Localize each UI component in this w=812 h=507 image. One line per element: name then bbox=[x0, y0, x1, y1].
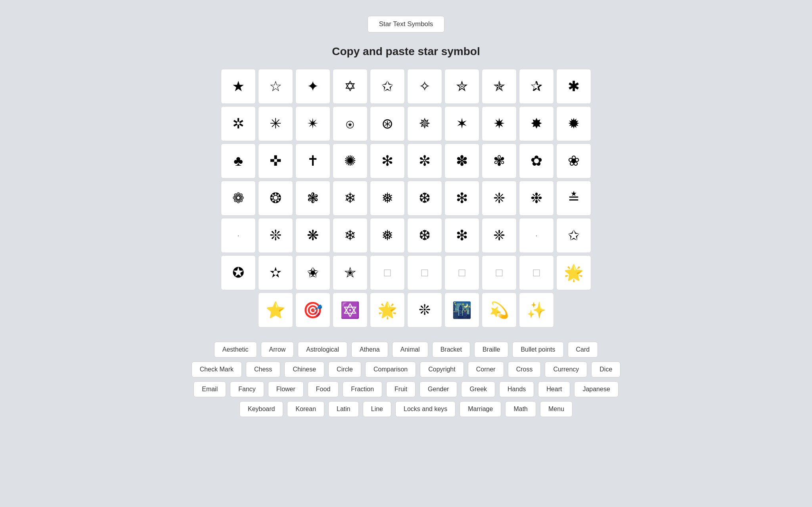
tag-fancy[interactable]: Fancy bbox=[230, 381, 264, 397]
symbol-cell[interactable]: ❅ bbox=[370, 181, 405, 216]
tag-math[interactable]: Math bbox=[505, 401, 536, 417]
tag-bullet-points[interactable]: Bullet points bbox=[512, 342, 563, 358]
tag-chinese[interactable]: Chinese bbox=[284, 362, 324, 377]
symbol-cell[interactable]: ⊛ bbox=[370, 106, 405, 141]
symbol-cell[interactable]: ❀ bbox=[556, 143, 591, 178]
symbol-cell[interactable]: ✭ bbox=[333, 255, 368, 290]
symbol-cell[interactable]: ❃ bbox=[295, 181, 330, 216]
symbol-cell[interactable]: ✪ bbox=[221, 255, 256, 290]
symbol-cell[interactable]: ❄ bbox=[333, 218, 368, 253]
symbol-cell[interactable]: ❉ bbox=[519, 181, 554, 216]
symbol-cell[interactable]: ✬ bbox=[295, 255, 330, 290]
tag-bracket[interactable]: Bracket bbox=[432, 342, 470, 358]
symbol-cell[interactable]: ✳ bbox=[258, 106, 293, 141]
symbol-cell[interactable]: ✵ bbox=[407, 106, 442, 141]
tag-card[interactable]: Card bbox=[568, 342, 598, 358]
tag-line[interactable]: Line bbox=[363, 401, 391, 417]
tag-copyright[interactable]: Copyright bbox=[420, 362, 463, 377]
symbol-cell[interactable]: ✝ bbox=[295, 143, 330, 178]
tag-heart[interactable]: Heart bbox=[538, 381, 570, 397]
symbol-cell[interactable]: 🌟 bbox=[556, 255, 591, 290]
symbol-cell[interactable]: ✺ bbox=[333, 143, 368, 178]
tag-braille[interactable]: Braille bbox=[474, 342, 508, 358]
tag-latin[interactable]: Latin bbox=[328, 401, 359, 417]
symbol-cell[interactable]: 🌟 bbox=[370, 293, 405, 327]
symbol-cell[interactable]: ≛ bbox=[556, 181, 591, 216]
tag-circle[interactable]: Circle bbox=[328, 362, 361, 377]
tag-keyboard[interactable]: Keyboard bbox=[239, 401, 283, 417]
symbol-cell[interactable]: ✰ bbox=[519, 69, 554, 104]
tag-arrow[interactable]: Arrow bbox=[261, 342, 294, 358]
symbol-cell[interactable]: · bbox=[221, 218, 256, 253]
symbol-cell[interactable]: □ bbox=[444, 255, 479, 290]
symbol-cell[interactable]: ✱ bbox=[556, 69, 591, 104]
symbol-cell[interactable]: ✩ bbox=[556, 218, 591, 253]
symbol-cell[interactable]: ★ bbox=[221, 69, 256, 104]
symbol-cell[interactable]: ❈ bbox=[482, 181, 517, 216]
symbol-cell[interactable]: ✨ bbox=[519, 293, 554, 327]
tag-gender[interactable]: Gender bbox=[419, 381, 457, 397]
symbol-cell[interactable]: ⍟ bbox=[333, 106, 368, 141]
tag-menu[interactable]: Menu bbox=[540, 401, 573, 417]
symbol-cell[interactable]: ❈ bbox=[482, 218, 517, 253]
tag-animal[interactable]: Animal bbox=[392, 342, 428, 358]
symbol-cell[interactable]: · bbox=[519, 218, 554, 253]
symbol-cell[interactable]: ✷ bbox=[482, 106, 517, 141]
symbol-cell[interactable]: 🌃 bbox=[444, 293, 479, 327]
symbol-cell[interactable]: ❅ bbox=[370, 218, 405, 253]
symbol-cell[interactable]: ❊ bbox=[407, 293, 442, 327]
tag-greek[interactable]: Greek bbox=[461, 381, 495, 397]
symbol-cell[interactable]: ❆ bbox=[407, 218, 442, 253]
symbol-cell[interactable]: ❂ bbox=[258, 181, 293, 216]
symbol-cell[interactable]: ♣ bbox=[221, 143, 256, 178]
tag-chess[interactable]: Chess bbox=[246, 362, 280, 377]
symbol-cell[interactable]: ❇ bbox=[444, 218, 479, 253]
tag-email[interactable]: Email bbox=[193, 381, 226, 397]
symbol-cell[interactable]: ❋ bbox=[295, 218, 330, 253]
tag-currency[interactable]: Currency bbox=[545, 362, 587, 377]
symbol-cell[interactable]: ✩ bbox=[370, 69, 405, 104]
tag-marriage[interactable]: Marriage bbox=[460, 401, 501, 417]
symbol-cell[interactable]: ☆ bbox=[258, 69, 293, 104]
symbol-cell[interactable]: ✮ bbox=[444, 69, 479, 104]
symbol-cell[interactable]: 🎯 bbox=[295, 293, 330, 327]
symbol-cell[interactable]: ❆ bbox=[407, 181, 442, 216]
tag-locks-and-keys[interactable]: Locks and keys bbox=[395, 401, 456, 417]
symbol-cell[interactable]: □ bbox=[370, 255, 405, 290]
tag-food[interactable]: Food bbox=[308, 381, 339, 397]
symbol-cell[interactable]: ✸ bbox=[519, 106, 554, 141]
symbol-cell[interactable]: ✯ bbox=[482, 69, 517, 104]
symbol-cell[interactable]: ❄ bbox=[333, 181, 368, 216]
symbol-cell[interactable]: □ bbox=[519, 255, 554, 290]
tag-cross[interactable]: Cross bbox=[508, 362, 541, 377]
tag-fruit[interactable]: Fruit bbox=[386, 381, 416, 397]
tag-comparison[interactable]: Comparison bbox=[365, 362, 416, 377]
tag-astrological[interactable]: Astrological bbox=[298, 342, 347, 358]
symbol-cell[interactable]: ✻ bbox=[370, 143, 405, 178]
symbol-cell[interactable]: ✜ bbox=[258, 143, 293, 178]
symbol-cell[interactable]: 💫 bbox=[482, 293, 517, 327]
tag-flower[interactable]: Flower bbox=[268, 381, 304, 397]
symbol-cell[interactable]: ❇ bbox=[444, 181, 479, 216]
symbol-cell[interactable]: □ bbox=[482, 255, 517, 290]
symbol-cell[interactable]: ✿ bbox=[519, 143, 554, 178]
tag-check-mark[interactable]: Check Mark bbox=[192, 362, 242, 377]
symbol-cell[interactable]: ✦ bbox=[295, 69, 330, 104]
symbol-cell[interactable]: ✶ bbox=[444, 106, 479, 141]
symbol-cell[interactable]: □ bbox=[407, 255, 442, 290]
symbol-cell[interactable]: ✽ bbox=[444, 143, 479, 178]
tag-hands[interactable]: Hands bbox=[499, 381, 534, 397]
title-button[interactable]: Star Text Symbols bbox=[368, 16, 445, 33]
symbol-cell[interactable]: ✡ bbox=[333, 69, 368, 104]
tag-aesthetic[interactable]: Aesthetic bbox=[214, 342, 257, 358]
tag-fraction[interactable]: Fraction bbox=[343, 381, 382, 397]
tag-japanese[interactable]: Japanese bbox=[574, 381, 618, 397]
symbol-cell[interactable]: ✴ bbox=[295, 106, 330, 141]
symbol-cell[interactable]: ✫ bbox=[258, 255, 293, 290]
tag-corner[interactable]: Corner bbox=[468, 362, 504, 377]
symbol-cell[interactable]: ❁ bbox=[221, 181, 256, 216]
symbol-cell[interactable]: ⭐ bbox=[258, 293, 293, 327]
symbol-cell[interactable]: 🔯 bbox=[333, 293, 368, 327]
tag-athena[interactable]: Athena bbox=[351, 342, 388, 358]
symbol-cell[interactable]: ✧ bbox=[407, 69, 442, 104]
